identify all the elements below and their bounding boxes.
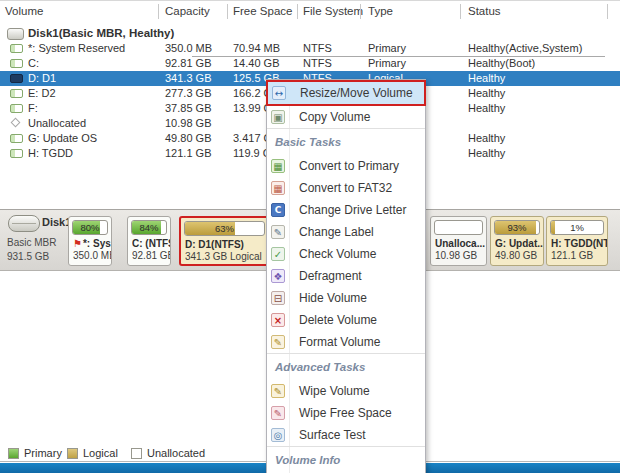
- disk-size: 931.5 GB: [7, 251, 49, 262]
- block-name: *: Sys...: [83, 238, 111, 249]
- cell-volume: H: TGDD: [28, 146, 73, 161]
- disk-type: Basic MBR: [7, 237, 56, 248]
- disk-block-h[interactable]: 1% H: TGDD(NTF... 121.1 GB: [546, 216, 608, 266]
- partition-icon: [10, 74, 23, 83]
- cell-status: Healthy: [468, 131, 505, 146]
- block-name: G: Updat...: [495, 238, 543, 249]
- menu-section-basic-tasks: Basic Tasks: [267, 128, 425, 155]
- cell-status: Healthy: [468, 101, 505, 116]
- column-divider: [360, 4, 361, 19]
- disk-block-unallocated[interactable]: Unalloca... 10.98 GB: [430, 216, 487, 266]
- column-header-capacity[interactable]: Capacity: [165, 5, 210, 17]
- usage-bar: [434, 220, 483, 235]
- legend-item-logical: Logical: [67, 447, 118, 459]
- partition-icon: [10, 89, 23, 98]
- disk-block-c[interactable]: 84% C: (NTFS) 92.81 GB P...: [127, 216, 171, 266]
- menu-item-convert-to-primary[interactable]: ▦ Convert to Primary: [267, 155, 425, 177]
- menu-item-label: Resize/Move Volume: [300, 86, 413, 100]
- format-volume-icon: ✎: [271, 335, 285, 349]
- usage-bar: 80%: [72, 220, 108, 235]
- table-row-system-reserved[interactable]: *: System Reserved 350.0 MB 70.94 MB NTF…: [0, 41, 620, 56]
- pencil-icon: ✎: [271, 225, 285, 239]
- menu-section-volume-info: Volume Info: [267, 446, 425, 473]
- copy-volume-icon: ▣: [271, 110, 285, 124]
- menu-section-advanced-tasks: Advanced Tasks: [267, 353, 425, 380]
- column-header-free-space[interactable]: Free Space: [233, 5, 292, 17]
- cell-volume: D: D1: [28, 71, 56, 86]
- menu-item-label: Surface Test: [299, 428, 365, 442]
- disk-name: Disk1: [42, 216, 71, 228]
- resize-move-icon: ↔: [272, 86, 286, 100]
- cell-capacity: 121.1 GB: [165, 146, 211, 161]
- disk-block-d-highlighted-annotation[interactable]: 63% D: D1(NTFS) 341.3 GB Logical: [179, 216, 270, 266]
- menu-item-delete-volume[interactable]: × Delete Volume: [267, 309, 425, 331]
- column-divider: [297, 4, 298, 19]
- partition-icon: [10, 104, 23, 113]
- menu-item-label: Delete Volume: [299, 313, 377, 327]
- unallocated-color-swatch: [131, 448, 142, 459]
- check-volume-icon: ✓: [271, 247, 285, 261]
- primary-color-swatch: [8, 448, 19, 459]
- menu-item-hide-volume[interactable]: ⊟ Hide Volume: [267, 287, 425, 309]
- column-header-volume[interactable]: Volume: [5, 5, 43, 17]
- cell-free-space: 70.94 MB: [233, 41, 280, 56]
- disk-block-g[interactable]: 93% G: Updat... 49.80 GB: [490, 216, 544, 266]
- cell-volume: Unallocated: [28, 116, 86, 131]
- hide-volume-icon: ⊟: [271, 291, 285, 305]
- cell-volume: E: D2: [28, 86, 56, 101]
- legend-label: Unallocated: [147, 447, 205, 459]
- cell-capacity: 277.3 GB: [165, 86, 211, 101]
- block-name: Unalloca...: [435, 238, 486, 249]
- usage-percent: 84%: [132, 221, 166, 234]
- block-size: 121.1 GB: [551, 250, 607, 261]
- disk-group-label: Disk1(Basic MBR, Healthy): [28, 25, 174, 41]
- delete-volume-icon: ×: [271, 313, 285, 327]
- menu-item-label: Convert to Primary: [299, 159, 399, 173]
- column-header-file-system[interactable]: File System: [303, 5, 363, 17]
- column-divider: [607, 4, 608, 19]
- block-size: 341.3 GB Logical: [185, 251, 268, 262]
- cell-volume: *: System Reserved: [28, 41, 125, 56]
- menu-item-copy-volume[interactable]: ▣ Copy Volume: [267, 106, 425, 128]
- table-row-c[interactable]: C: 92.81 GB 14.40 GB NTFS Primary Health…: [0, 56, 620, 71]
- block-size: 10.98 GB: [435, 250, 486, 261]
- menu-item-surface-test[interactable]: ◎ Surface Test: [267, 424, 425, 446]
- menu-item-change-drive-letter[interactable]: C Change Drive Letter: [267, 199, 425, 221]
- usage-percent: 93%: [495, 221, 539, 234]
- block-size: 92.81 GB P...: [132, 250, 170, 261]
- column-divider: [227, 4, 228, 19]
- disk-icon: [7, 28, 24, 40]
- menu-item-convert-to-fat32[interactable]: ▦ Convert to FAT32: [267, 177, 425, 199]
- wipe-free-space-icon: ✎: [271, 406, 285, 420]
- block-name: H: TGDD(NTF...: [551, 238, 607, 249]
- cell-capacity: 49.80 GB: [165, 131, 211, 146]
- disk-group-row[interactable]: Disk1(Basic MBR, Healthy): [0, 25, 620, 41]
- block-size: 49.80 GB: [495, 250, 543, 261]
- column-header-status[interactable]: Status: [468, 5, 501, 17]
- disk-block-system-reserved[interactable]: 80% ⚑*: Sys... 350.0 MB P.: [68, 216, 112, 266]
- surface-test-icon: ◎: [271, 428, 285, 442]
- cell-type: Primary: [368, 41, 406, 56]
- menu-item-label: Check Volume: [299, 247, 376, 261]
- menu-item-label: Defragment: [299, 269, 362, 283]
- menu-item-format-volume[interactable]: ✎ Format Volume: [267, 331, 425, 353]
- cell-capacity: 350.0 MB: [165, 41, 212, 56]
- cell-volume: G: Update OS: [28, 131, 97, 146]
- cell-status: Healthy: [468, 86, 505, 101]
- disk-icon: [8, 215, 40, 232]
- cell-capacity: 92.81 GB: [165, 56, 211, 71]
- menu-item-label: Wipe Volume: [299, 384, 370, 398]
- column-header-type[interactable]: Type: [368, 5, 393, 17]
- menu-item-wipe-free-space[interactable]: ✎ Wipe Free Space: [267, 402, 425, 424]
- menu-item-wipe-volume[interactable]: ✎ Wipe Volume: [267, 380, 425, 402]
- menu-item-defragment[interactable]: ❖ Defragment: [267, 265, 425, 287]
- menu-item-resize-move-volume-annotation[interactable]: ↔ Resize/Move Volume: [266, 80, 426, 106]
- cell-status: Healthy(Boot): [468, 56, 535, 71]
- column-divider: [158, 4, 159, 19]
- menu-item-change-label[interactable]: ✎ Change Label: [267, 221, 425, 243]
- menu-item-check-volume[interactable]: ✓ Check Volume: [267, 243, 425, 265]
- cell-type: Primary: [368, 56, 406, 71]
- usage-percent: 1%: [551, 221, 603, 234]
- block-size: 350.0 MB P.: [73, 250, 111, 261]
- column-divider: [460, 4, 461, 19]
